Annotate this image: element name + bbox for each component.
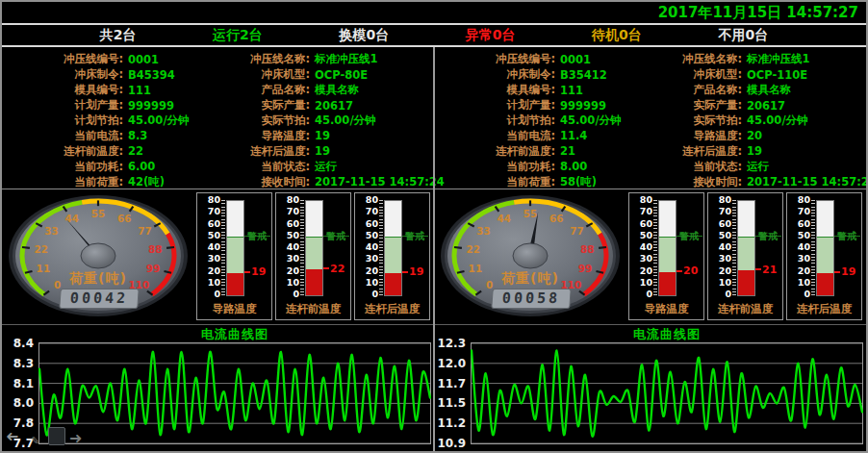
info-column-left: 冲压线编号:0001 冲床制令:B35412 模具编号:111 计划产量:999… (436, 52, 622, 189)
pencil-icon[interactable]: ✎ (31, 434, 39, 449)
status-bar: 共2台 运行2台 换模0台 异常0台 待机0台 不用0台 (2, 25, 866, 45)
thermo-tube (305, 200, 323, 296)
thermo-value: 19 (402, 265, 423, 279)
warning-label: 警戒 (679, 230, 699, 243)
thermometer-rod-front-temp: 80706050403020100 警戒 22 连杆前温度 (275, 192, 351, 320)
back-arrow-icon[interactable]: ➜ (6, 429, 18, 444)
status-standby: 待机0台 (592, 27, 642, 44)
thermo-tube (816, 200, 834, 296)
info-row: 冲床机型:OCP-80E (200, 67, 445, 83)
info-row: 冲压线名称:标准冲压线1 (200, 52, 445, 67)
info-column-left: 冲压线编号:0001 冲床制令:B45394 模具编号:111 计划产量:999… (4, 52, 190, 189)
info-row: 当前功耗:8.00 (436, 159, 622, 174)
svg-text:22: 22 (466, 243, 480, 255)
info-row: 冲压线编号:0001 (436, 52, 622, 67)
forward-arrow-icon[interactable]: ➜ (69, 431, 82, 446)
info-row: 计划产量:999999 (4, 98, 190, 113)
status-running: 运行2台 (213, 27, 263, 44)
thermo-name: 连杆前温度 (276, 302, 350, 316)
svg-text:55: 55 (523, 208, 538, 219)
svg-text:66: 66 (549, 213, 564, 224)
info-row: 冲床制令:B45394 (4, 67, 190, 83)
info-row: 冲床制令:B35412 (436, 67, 622, 83)
svg-text:88: 88 (580, 243, 595, 255)
info-row: 冲床机型:OCP-110E (632, 67, 868, 83)
gauge-label: 荷重(吨) (5, 270, 191, 288)
thermometer-rod-rear-temp: 80706050403020100 警戒 19 连杆后温度 (786, 192, 862, 320)
info-row: 当前功耗:6.00 (4, 159, 190, 174)
svg-text:33: 33 (44, 225, 59, 237)
status-mold-change: 换模0台 (339, 27, 389, 44)
info-row: 导路温度:20 (632, 128, 868, 143)
thermometer-rod-rear-temp: 80706050403020100 警戒 19 连杆后温度 (354, 192, 430, 320)
info-row: 计划产量:999999 (436, 98, 622, 113)
info-row: 连杆前温度:21 (436, 143, 622, 159)
info-row: 模具编号:111 (4, 83, 190, 98)
svg-text:33: 33 (476, 225, 491, 237)
gauge-digital-readout: 00042 (59, 289, 139, 309)
current-curve-chart: 电流曲线图 12.312.011.711.511.210.9 (434, 325, 866, 451)
info-row: 接收时间:2017-11-15 14:57:24 (200, 174, 445, 189)
info-row: 当前电流:11.4 (436, 128, 622, 143)
info-row: 当前电流:8.3 (4, 128, 190, 143)
info-row: 实际节拍:45.00/分钟 (200, 113, 445, 129)
page-icon[interactable] (48, 427, 65, 445)
status-total: 共2台 (100, 27, 137, 44)
svg-text:44: 44 (64, 213, 79, 224)
info-row: 当前荷重:58(吨) (436, 174, 622, 189)
warning-label: 警戒 (326, 230, 345, 243)
thermo-tube (658, 200, 677, 296)
thermometer-guide-temp: 80706050403020100 警戒 19 导路温度 (196, 192, 272, 320)
info-row: 实际节拍:45.00/分钟 (632, 113, 868, 129)
svg-text:44: 44 (497, 213, 511, 224)
thermo-value: 19 (834, 265, 855, 279)
info-row: 当前状态:运行 (632, 159, 868, 174)
info-row: 模具编号:111 (436, 83, 622, 98)
svg-text:77: 77 (138, 225, 152, 237)
svg-text:77: 77 (570, 225, 584, 237)
thermo-value: 21 (755, 263, 777, 276)
thermo-name: 连杆后温度 (787, 302, 861, 316)
info-row: 实际产量:20617 (632, 98, 868, 113)
hmi-dashboard: 2017年11月15日 14:57:27 共2台 运行2台 换模0台 异常0台 … (0, 0, 868, 453)
machine-panel-1: 冲压线编号:0001 冲床制令:B45394 模具编号:111 计划产量:999… (2, 47, 434, 451)
thermo-tube (737, 200, 755, 296)
warning-label: 警戒 (758, 230, 778, 243)
info-row: 当前荷重:42(吨) (4, 174, 190, 189)
status-abnormal: 异常0台 (466, 27, 516, 44)
info-row: 冲压线名称:标准冲压线1 (632, 52, 868, 67)
gauge-label: 荷重(吨) (437, 270, 624, 288)
svg-text:55: 55 (91, 208, 106, 219)
thermometer-guide-temp: 80706050403020100 警戒 20 导路温度 (628, 192, 704, 320)
load-gauge: 0112233445566778899110 荷重(吨) 00058 (437, 192, 624, 319)
nav-overlay: ➜ ✎ ➜ (6, 426, 112, 449)
gauge-section: 0112233445566778899110 荷重(吨) 00042 80706… (2, 189, 434, 324)
datetime-display: 2017年11月15日 14:57:27 (2, 3, 866, 22)
chart-title: 电流曲线图 (471, 326, 863, 343)
thermo-ticks (732, 200, 736, 295)
gauge-section: 0112233445566778899110 荷重(吨) 00058 80706… (434, 189, 866, 324)
info-row: 接收时间:2017-11-15 14:57:24 (632, 174, 868, 189)
thermo-tube (226, 200, 244, 296)
thermo-name: 连杆后温度 (355, 302, 429, 316)
warning-label: 警戒 (405, 230, 424, 243)
thermo-value: 20 (677, 264, 698, 278)
chart-title: 电流曲线图 (38, 326, 431, 343)
panel-divider (433, 47, 435, 451)
thermo-name: 导路温度 (197, 302, 271, 316)
info-column-right: 冲压线名称:标准冲压线1 冲床机型:OCP-80E 产品名称:模具名称 实际产量… (200, 52, 445, 189)
info-row: 连杆后温度:19 (632, 143, 868, 159)
info-row: 计划节拍:45.00/分钟 (4, 113, 190, 129)
info-row: 导路温度:19 (200, 128, 445, 143)
load-gauge: 0112233445566778899110 荷重(吨) 00042 (5, 192, 191, 319)
status-unused: 不用0台 (718, 27, 768, 44)
thermo-ticks (653, 200, 657, 295)
thermometer-rod-front-temp: 80706050403020100 警戒 21 连杆前温度 (707, 192, 783, 320)
info-row: 计划节拍:45.00/分钟 (436, 113, 622, 129)
thermo-name: 连杆前温度 (708, 302, 782, 316)
thermo-ticks (379, 200, 383, 295)
info-row: 冲压线编号:0001 (4, 52, 190, 67)
warning-label: 警戒 (837, 230, 856, 243)
machine-panel-2: 冲压线编号:0001 冲床制令:B35412 模具编号:111 计划产量:999… (434, 47, 866, 451)
thermo-ticks (811, 200, 815, 295)
